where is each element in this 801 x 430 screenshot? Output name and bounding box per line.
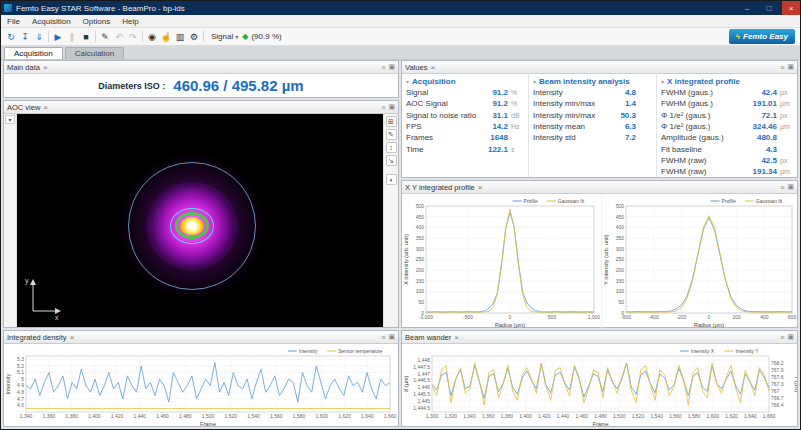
thumbs-up-icon[interactable]: ☝ [159,29,173,45]
svg-text:1,440: 1,440 [133,413,146,419]
draw-tool-icon[interactable]: ✎ [386,129,397,140]
settings-icon[interactable]: ⚙ [187,29,201,45]
measure-tool-icon[interactable]: ↕ [386,142,397,153]
svg-text:1,300: 1,300 [426,413,439,419]
svg-text:Sensor temperature: Sensor temperature [338,348,382,354]
menu-options[interactable]: Options [77,17,117,26]
svg-text:1,445.5: 1,445.5 [413,391,430,397]
panel-close-icon[interactable]: × [454,333,459,342]
svg-text:-200: -200 [676,314,686,320]
panel-header[interactable]: X Y integrated profile × ≡ ▣ [402,181,797,194]
svg-text:50: 50 [418,299,424,305]
panel-close-icon[interactable]: × [478,183,483,192]
svg-text:1,560: 1,560 [270,413,283,419]
svg-text:4.8: 4.8 [17,389,24,395]
tab-calculation[interactable]: Calculation [65,47,125,59]
svg-text:100: 100 [616,288,625,294]
svg-text:300: 300 [416,246,425,252]
menu-file[interactable]: File [1,17,26,26]
aoc-tools-dropdown[interactable]: ▾ [386,174,397,185]
value-row: Signal91.2% [402,87,528,98]
svg-text:1,640: 1,640 [361,413,374,419]
svg-text:1,446.5: 1,446.5 [413,377,430,383]
panel-close-icon[interactable]: × [70,333,75,342]
panel-menu-icon[interactable]: ≡ [381,64,385,71]
panel-float-icon[interactable]: ▣ [388,333,395,341]
panel-float-icon[interactable]: ▣ [388,103,395,111]
value-row: Amplitude (gaus.)480.8 [657,132,797,143]
maximize-button[interactable]: □ [760,1,778,15]
panel-close-icon[interactable]: × [430,63,435,72]
stop-icon[interactable]: ■ [79,29,93,45]
svg-text:X (µm): X (µm) [403,376,409,393]
value-row: FWHM (gaus.)191.01µm [657,98,797,109]
export-icon[interactable]: ⇓ [32,29,46,45]
svg-text:1,380: 1,380 [65,413,78,419]
svg-text:1,620: 1,620 [338,413,351,419]
panel-header[interactable]: Main data × ≡ ▣ [4,61,398,74]
beam-image[interactable]: y x [17,114,383,327]
panel-header[interactable]: Beam wander × ≡ ▣ [402,331,797,344]
chevron-down-icon[interactable]: ▾ [235,33,238,40]
svg-text:200: 200 [616,267,625,273]
integrated-density-chart[interactable]: 1,3401,3601,3801,4001,4201,4401,4601,480… [4,344,398,428]
chart-icon[interactable]: ▥ [173,29,187,45]
tab-acquisition[interactable]: Acquisition [4,47,63,59]
panel-menu-icon[interactable]: ≡ [780,64,784,71]
connect-icon[interactable]: ↻ [4,29,18,45]
value-row: Φ 1/e² (gaus.)324.46µm [657,121,797,132]
panel-header[interactable]: Values × ≡ ▣ [402,61,797,74]
panel-menu-icon[interactable]: ≡ [780,334,784,341]
panel-menu-icon[interactable]: ≡ [381,104,385,111]
svg-text:1,480: 1,480 [179,413,192,419]
panel-title: AOC view [7,103,40,112]
redo-icon[interactable]: ↷ [126,29,140,45]
window-title: Femto Easy STAR Software - BeamPro - bp-… [16,4,734,13]
svg-text:1,420: 1,420 [538,413,551,419]
panel-float-icon[interactable]: ▣ [787,63,794,71]
chevron-down-icon: ▾ [661,78,664,85]
aoc-dropdown[interactable]: ▾ [5,115,15,124]
svg-text:100: 100 [416,288,425,294]
title-bar[interactable]: Femto Easy STAR Software - BeamPro - bp-… [1,1,800,15]
panel-menu-icon[interactable]: ≡ [381,334,385,341]
svg-text:1,000: 1,000 [588,314,600,320]
y-profile-chart[interactable]: -600-400-2000200400600050100150200250300… [601,194,798,329]
close-button[interactable]: × [782,1,800,15]
menu-acquisition[interactable]: Acquisition [26,17,77,26]
panel-close-icon[interactable]: × [43,63,48,72]
toolbar-separator [203,31,204,42]
svg-text:0: 0 [708,314,711,320]
panel-float-icon[interactable]: ▣ [787,333,794,341]
panel-title: X Y integrated profile [405,183,475,192]
pause-icon[interactable]: ∥ [65,29,79,45]
panel-header[interactable]: AOC view × ≡ ▣ [4,101,398,114]
panel-float-icon[interactable]: ▣ [388,63,395,71]
svg-text:4.6: 4.6 [17,402,24,408]
signal-select[interactable]: Signal [211,32,233,41]
beam-wander-chart[interactable]: 1,3001,3201,3401,3601,3801,4001,4201,440… [402,344,797,428]
save-icon[interactable]: ↧ [18,29,32,45]
camera-icon[interactable]: ◉ [145,29,159,45]
panel-close-icon[interactable]: × [43,103,48,112]
svg-text:1,540: 1,540 [247,413,260,419]
svg-text:1,460: 1,460 [156,413,169,419]
svg-text:1,445: 1,445 [417,398,430,404]
panel-title: Main data [7,63,40,72]
panel-float-icon[interactable]: ▣ [787,183,794,191]
menu-help[interactable]: Help [116,17,144,26]
values-column-0: ▾AcquisitionSignal91.2%AOC Signal91.2%Si… [402,74,528,177]
crop-tool-icon[interactable]: ⊞ [386,116,397,127]
marker-icon[interactable]: ✎ [98,29,112,45]
pan-tool-icon[interactable]: ↘ [386,155,397,166]
minimize-button[interactable]: – [738,1,756,15]
x-profile-chart[interactable]: -1,000-50005001,000050100150200250300350… [402,194,600,329]
svg-text:Gaussian fit: Gaussian fit [558,198,585,204]
play-icon[interactable]: ▶ [51,29,65,45]
panel-header[interactable]: Integrated density × ≡ ▣ [4,331,398,344]
dock-area: Main data × ≡ ▣ Diameters ISO : 460.96 /… [1,60,800,429]
panel-menu-icon[interactable]: ≡ [780,184,784,191]
toolbar-separator [48,31,49,42]
undo-icon[interactable]: ↶ [112,29,126,45]
svg-text:500: 500 [416,203,425,209]
